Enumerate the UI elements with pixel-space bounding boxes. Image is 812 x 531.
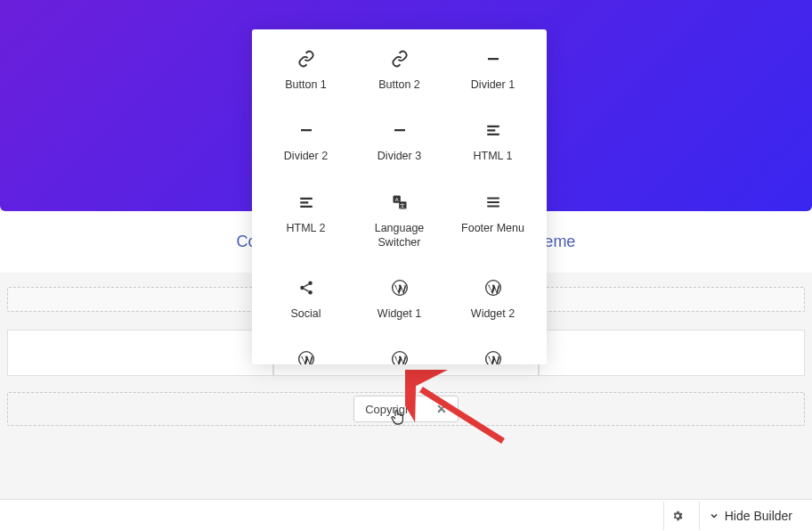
wp-icon	[296, 349, 316, 364]
svg-point-17	[308, 282, 313, 286]
bottom-toolbar: Hide Builder	[0, 499, 812, 531]
element-item[interactable]: Button 2	[356, 45, 443, 95]
element-picker-popover: Button 1Button 2Divider 1Divider 2Divide…	[252, 29, 547, 364]
builder-slot[interactable]: Copyright ✕	[7, 392, 805, 426]
svg-rect-8	[300, 201, 308, 203]
element-item[interactable]: Widget 1	[356, 274, 443, 324]
element-label: Divider 1	[471, 78, 515, 92]
minus-icon	[296, 120, 316, 140]
wp-icon	[390, 349, 410, 364]
element-label: Widget 1	[378, 306, 421, 321]
svg-text:文: 文	[400, 201, 405, 208]
link-icon	[390, 49, 410, 69]
gear-icon	[671, 510, 684, 522]
builder-slot[interactable]	[7, 287, 272, 312]
close-icon[interactable]: ✕	[436, 402, 447, 416]
html-icon	[483, 120, 503, 140]
menu-icon	[483, 192, 503, 212]
element-label: Language Switcher	[360, 221, 439, 250]
link-icon	[296, 49, 316, 69]
svg-point-19	[308, 290, 313, 295]
builder-slot-right[interactable]	[539, 330, 805, 376]
element-item[interactable]: Footer Menu	[450, 189, 536, 254]
element-item[interactable]: Widget 2	[450, 274, 536, 324]
popover-scroll[interactable]: Button 1Button 2Divider 1Divider 2Divide…	[252, 29, 547, 364]
element-item[interactable]	[356, 346, 443, 364]
element-item[interactable]: Divider 1	[450, 45, 536, 95]
language-icon: A文	[390, 192, 410, 212]
settings-button[interactable]	[663, 502, 692, 530]
svg-rect-6	[487, 134, 499, 135]
svg-rect-9	[300, 205, 313, 207]
html-icon	[296, 192, 316, 212]
element-item[interactable]: Divider 2	[263, 117, 349, 167]
svg-rect-5	[487, 130, 495, 132]
svg-point-18	[300, 286, 304, 290]
hide-builder-label: Hide Builder	[725, 509, 792, 523]
element-item[interactable]: Button 1	[263, 45, 349, 95]
wp-icon	[483, 278, 503, 298]
element-item[interactable]: A文Language Switcher	[356, 189, 443, 254]
hide-builder-button[interactable]: Hide Builder	[699, 502, 801, 530]
element-label: Social	[290, 306, 321, 321]
chevron-down-icon	[709, 511, 719, 521]
copyright-chip[interactable]: Copyright ✕	[353, 396, 459, 422]
element-item[interactable]: Social	[263, 274, 349, 324]
element-item[interactable]	[263, 346, 349, 364]
svg-rect-4	[487, 126, 499, 127]
element-label: HTML 2	[287, 221, 326, 235]
share-icon	[296, 278, 316, 298]
element-label: Button 1	[285, 78, 327, 92]
svg-rect-7	[300, 197, 313, 199]
svg-line-21	[304, 289, 308, 291]
minus-icon	[390, 120, 410, 140]
element-label: Footer Menu	[461, 221, 524, 235]
builder-slot-left[interactable]	[7, 330, 273, 376]
element-label: Divider 3	[378, 149, 421, 163]
element-label: Button 2	[378, 78, 420, 92]
svg-text:A: A	[394, 197, 398, 202]
element-label: Divider 2	[284, 149, 328, 163]
wp-icon	[390, 278, 410, 298]
element-label: Widget 2	[471, 306, 515, 321]
builder-row-bottom: Copyright ✕	[0, 392, 812, 426]
chip-label: Copyright	[365, 403, 415, 416]
element-item[interactable]	[450, 346, 536, 364]
element-item[interactable]: HTML 2	[263, 189, 349, 254]
minus-icon	[483, 49, 503, 69]
svg-line-20	[304, 284, 308, 287]
element-item[interactable]: HTML 1	[450, 117, 536, 167]
wp-icon	[483, 349, 503, 364]
builder-slot[interactable]	[540, 287, 805, 312]
element-item[interactable]: Divider 3	[356, 117, 443, 167]
element-label: HTML 1	[474, 149, 513, 163]
